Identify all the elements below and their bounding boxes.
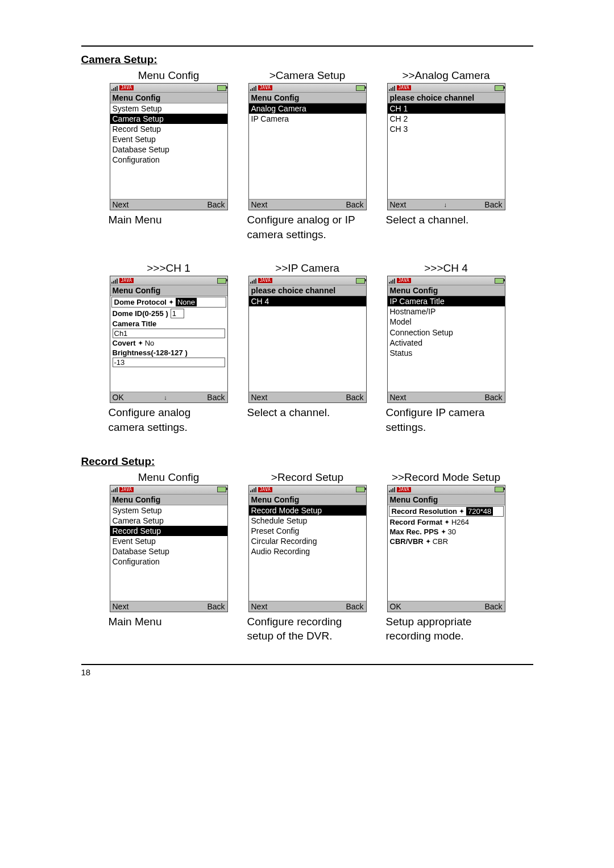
dome-id-value[interactable]: 1 [171, 309, 184, 318]
menu-item[interactable]: Model [388, 317, 505, 327]
softkey-left[interactable]: Next [390, 393, 406, 402]
menu-item[interactable]: CH 4 [249, 296, 366, 306]
softkey-right[interactable]: Back [207, 602, 225, 611]
page-number: 18 [81, 667, 91, 677]
camera-title-value[interactable]: Ch1 [113, 329, 225, 338]
brightness-value[interactable]: -13 [113, 358, 225, 367]
max-rec-pps-value[interactable]: 30 [448, 528, 456, 536]
menu-item[interactable]: Record Setup [110, 526, 227, 536]
menu-item[interactable]: Activated [388, 338, 505, 348]
menu-item[interactable]: Event Setup [110, 134, 227, 144]
brand-tag: JAVA [258, 278, 272, 283]
battery-icon [495, 85, 504, 91]
caption: Select a channel. [386, 213, 507, 227]
menu-item[interactable]: IP Camera Title [388, 296, 505, 306]
brand-tag: JAVA [397, 278, 411, 283]
panel-menu-config: Menu Config JAVA Menu Config System Setu… [109, 69, 229, 242]
menu-item[interactable]: System Setup [110, 103, 227, 114]
menu-item[interactable]: CH 1 [388, 103, 505, 114]
signal-icon [389, 487, 395, 492]
menu-item[interactable]: Configuration [110, 556, 227, 567]
covert-value[interactable]: No [145, 339, 155, 347]
menu-item[interactable]: CH 3 [388, 124, 505, 134]
battery-icon [356, 278, 365, 284]
menu-item[interactable]: CH 2 [388, 114, 505, 124]
softkey-right[interactable]: Back [207, 393, 225, 402]
softkey-left[interactable]: OK [390, 602, 401, 611]
cbr-vbr-value[interactable]: CBR [433, 537, 448, 546]
menu-item[interactable]: Analog Camera [249, 103, 366, 114]
menu-item[interactable]: Connection Setup [388, 327, 505, 338]
battery-icon [356, 85, 365, 91]
panel-label: >>Analog Camera [402, 69, 489, 82]
brand-tag: JAVA [119, 487, 134, 492]
caption: Configure IP camera settings. [386, 405, 507, 434]
panel-label: >Camera Setup [269, 69, 346, 82]
panel-menu-config-2: Menu Config JAVA Menu Config System Setu… [109, 471, 229, 643]
signal-icon [250, 278, 256, 284]
menu-item[interactable]: Status [388, 348, 505, 358]
row-camera-2: >>>CH 1 JAVA Menu Config Dome Protocol ✦… [109, 262, 533, 434]
softkey-left[interactable]: Next [390, 200, 406, 209]
menu-item[interactable]: Database Setup [110, 546, 227, 556]
panel-label: >Record Setup [271, 471, 343, 484]
softkey-right[interactable]: Back [484, 200, 502, 209]
menu-item[interactable]: System Setup [110, 505, 227, 516]
page-footer: 18 [81, 664, 533, 677]
menu-item[interactable]: Circular Recording [249, 536, 366, 546]
battery-icon [217, 487, 226, 492]
menu-item[interactable]: Camera Setup [110, 516, 227, 526]
menu-item[interactable]: Configuration [110, 155, 227, 165]
softkey-left[interactable]: Next [251, 602, 268, 611]
down-arrow-icon: ↓ [444, 201, 447, 208]
dome-protocol-value[interactable]: None [176, 298, 197, 306]
screen-header: Menu Config [110, 495, 227, 505]
menu-item[interactable]: Hostname/IP [388, 306, 505, 317]
menu-item[interactable]: Event Setup [110, 536, 227, 546]
screen-header: please choice channel [388, 93, 505, 103]
dome-id-label: Dome ID(0-255 ) [113, 309, 168, 318]
status-bar: JAVA [110, 84, 227, 93]
signal-icon [111, 85, 118, 91]
menu-item[interactable]: Record Mode Setup [249, 505, 366, 516]
softkey-right[interactable]: Back [346, 393, 363, 402]
record-format-value[interactable]: H264 [451, 518, 469, 526]
record-resolution-value[interactable]: 720*48 [466, 507, 493, 516]
menu-item[interactable]: IP Camera [249, 114, 366, 124]
brand-tag: JAVA [258, 85, 272, 90]
softkey-left[interactable]: OK [113, 393, 124, 402]
panel-label: >>>CH 4 [424, 262, 468, 275]
softkey-left[interactable]: Next [113, 602, 129, 611]
softkey-right[interactable]: Back [484, 602, 502, 611]
panel-record-mode-setup: >>Record Mode Setup JAVA Menu Config Rec… [386, 471, 507, 643]
softkey-right[interactable]: Back [346, 200, 363, 209]
signal-icon [250, 487, 256, 492]
brand-tag: JAVA [397, 487, 411, 492]
menu-item[interactable]: Audio Recording [249, 546, 366, 556]
brightness-label: Brightness(-128-127 ) [113, 348, 188, 357]
menu-item[interactable]: Camera Setup [110, 114, 227, 124]
panel-analog-camera: >>Analog Camera JAVA please choice chann… [386, 69, 507, 242]
section-title-record-setup: Record Setup: [81, 455, 533, 468]
softkey-right[interactable]: Back [207, 200, 225, 209]
battery-icon [217, 278, 226, 284]
softkey-left[interactable]: Next [113, 200, 129, 209]
menu-item[interactable]: Schedule Setup [249, 516, 366, 526]
softkey-left[interactable]: Next [251, 393, 268, 402]
caption: Select a channel. [247, 405, 368, 420]
star-icon: ✦ [441, 529, 446, 535]
screen-header: Menu Config [388, 285, 505, 296]
screen-header: Menu Config [110, 93, 227, 103]
brand-tag: JAVA [119, 85, 134, 90]
menu-item[interactable]: Record Setup [110, 124, 227, 134]
softkey-left[interactable]: Next [251, 200, 268, 209]
menu-item[interactable]: Preset Config [249, 526, 366, 536]
softkey-right[interactable]: Back [346, 602, 363, 611]
softkey-right[interactable]: Back [484, 393, 502, 402]
signal-icon [111, 487, 118, 492]
section-title-camera-setup: Camera Setup: [81, 53, 533, 66]
panel-ch1: >>>CH 1 JAVA Menu Config Dome Protocol ✦… [109, 262, 229, 434]
screen: JAVA Menu Config System Setup Camera Set… [110, 83, 228, 210]
menu-item[interactable]: Database Setup [110, 144, 227, 155]
camera-title-label: Camera Title [113, 319, 157, 328]
